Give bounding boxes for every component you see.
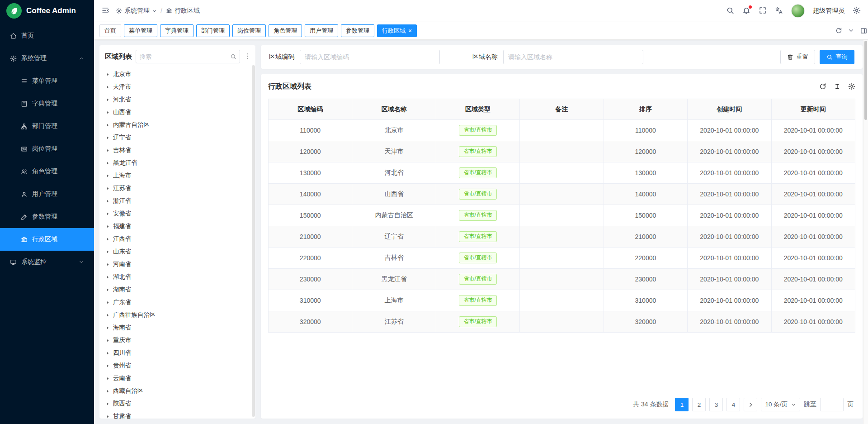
search-icon[interactable] <box>227 50 240 63</box>
caret-right-icon[interactable] <box>106 98 110 102</box>
refresh-icon[interactable] <box>819 83 826 90</box>
tab-8[interactable]: 行政区域× <box>377 24 417 37</box>
caret-right-icon[interactable] <box>106 364 110 368</box>
caret-right-icon[interactable] <box>106 110 110 114</box>
tree-item[interactable]: 陕西省 <box>100 397 255 410</box>
sidebar-item-bank[interactable]: 行政区域 <box>0 228 94 251</box>
sidebar-item-dict[interactable]: 字典管理 <box>0 92 94 115</box>
breadcrumb-section[interactable]: 系统管理 <box>116 7 157 15</box>
caret-right-icon[interactable] <box>106 313 110 317</box>
caret-right-icon[interactable] <box>106 351 110 355</box>
tree-item[interactable]: 江西省 <box>100 233 255 245</box>
page-scrollbar[interactable] <box>863 40 868 424</box>
caret-right-icon[interactable] <box>106 376 110 381</box>
tree-item[interactable]: 西藏自治区 <box>100 385 255 397</box>
tree-search-input[interactable] <box>136 53 227 60</box>
tree-item[interactable]: 河南省 <box>100 258 255 271</box>
next-page-button[interactable] <box>744 398 757 411</box>
tree-item[interactable]: 江苏省 <box>100 182 255 195</box>
page-button-3[interactable]: 3 <box>709 398 723 411</box>
caret-right-icon[interactable] <box>106 85 110 89</box>
sidebar-item-param[interactable]: 参数管理 <box>0 205 94 228</box>
page-size-select[interactable]: 10 条/页 <box>761 398 800 411</box>
caret-right-icon[interactable] <box>106 174 110 178</box>
page-button-1[interactable]: 1 <box>675 398 689 411</box>
tree-item[interactable]: 广西壮族自治区 <box>100 309 255 321</box>
sidebar-collapse-icon[interactable] <box>101 6 109 16</box>
avatar[interactable] <box>791 4 805 18</box>
caret-right-icon[interactable] <box>106 212 110 216</box>
page-button-2[interactable]: 2 <box>692 398 706 411</box>
refresh-icon[interactable] <box>835 27 842 34</box>
close-icon[interactable]: × <box>408 28 412 34</box>
fullscreen-icon[interactable] <box>759 6 767 16</box>
tree-item[interactable]: 海南省 <box>100 321 255 334</box>
tree-item[interactable]: 内蒙古自治区 <box>100 119 255 131</box>
tree-item[interactable]: 浙江省 <box>100 195 255 207</box>
tree-item[interactable]: 上海市 <box>100 169 255 182</box>
tree-item[interactable]: 黑龙江省 <box>100 157 255 169</box>
density-icon[interactable] <box>834 83 841 90</box>
caret-right-icon[interactable] <box>106 72 110 76</box>
tab-4[interactable]: 岗位管理 <box>232 24 266 37</box>
tree-item[interactable]: 辽宁省 <box>100 131 255 144</box>
tree-item[interactable]: 吉林省 <box>100 144 255 157</box>
caret-right-icon[interactable] <box>106 288 110 292</box>
layout-toggle-icon[interactable] <box>860 27 867 34</box>
region-name-input[interactable] <box>503 50 643 64</box>
tree-scrollbar[interactable] <box>252 65 255 417</box>
tree-item[interactable]: 贵州省 <box>100 359 255 372</box>
caret-right-icon[interactable] <box>106 275 110 279</box>
page-scrollbar-thumb[interactable] <box>864 41 867 120</box>
tree-item[interactable]: 河北省 <box>100 93 255 106</box>
caret-right-icon[interactable] <box>106 199 110 203</box>
tree-item[interactable]: 甘肃省 <box>100 410 255 419</box>
tab-options-chevron-icon[interactable] <box>848 27 854 34</box>
tree-item[interactable]: 北京市 <box>100 68 255 81</box>
tree-item[interactable]: 云南省 <box>100 372 255 385</box>
tree-item[interactable]: 湖南省 <box>100 283 255 296</box>
sidebar-group-monitor[interactable]: 系统监控 <box>0 251 94 273</box>
tree-item[interactable]: 福建省 <box>100 220 255 233</box>
user-name[interactable]: 超级管理员 <box>813 7 844 15</box>
caret-right-icon[interactable] <box>106 250 110 254</box>
caret-right-icon[interactable] <box>106 389 110 393</box>
settings-gear-icon[interactable] <box>853 6 861 16</box>
tab-1[interactable]: 菜单管理 <box>124 24 157 37</box>
more-options-icon[interactable] <box>244 52 251 61</box>
tree-item[interactable]: 重庆市 <box>100 334 255 347</box>
jump-page-input[interactable] <box>820 398 844 411</box>
tree-item[interactable]: 山东省 <box>100 245 255 258</box>
sidebar-group-gear[interactable]: 系统管理 <box>0 47 94 70</box>
caret-right-icon[interactable] <box>106 148 110 152</box>
sidebar-item-dept[interactable]: 部门管理 <box>0 115 94 138</box>
caret-right-icon[interactable] <box>106 136 110 140</box>
tab-6[interactable]: 用户管理 <box>305 24 338 37</box>
page-button-4[interactable]: 4 <box>726 398 740 411</box>
caret-right-icon[interactable] <box>106 300 110 305</box>
app-logo[interactable]: Coffee Admin <box>0 0 94 22</box>
caret-right-icon[interactable] <box>106 237 110 241</box>
translate-icon[interactable] <box>775 6 783 16</box>
bell-icon[interactable] <box>742 6 750 16</box>
column-settings-icon[interactable] <box>848 83 855 90</box>
caret-right-icon[interactable] <box>106 326 110 330</box>
tab-0[interactable]: 首页 <box>99 24 121 37</box>
tab-5[interactable]: 角色管理 <box>269 24 302 37</box>
search-button[interactable]: 查询 <box>820 50 854 64</box>
caret-right-icon[interactable] <box>106 161 110 165</box>
caret-right-icon[interactable] <box>106 402 110 406</box>
sidebar-item-menu[interactable]: 菜单管理 <box>0 70 94 92</box>
caret-right-icon[interactable] <box>106 186 110 191</box>
tree-item[interactable]: 山西省 <box>100 106 255 119</box>
caret-right-icon[interactable] <box>106 262 110 267</box>
caret-right-icon[interactable] <box>106 224 110 229</box>
tab-3[interactable]: 部门管理 <box>196 24 230 37</box>
tree-item[interactable]: 安徽省 <box>100 207 255 220</box>
region-code-input[interactable] <box>300 50 440 64</box>
tree-item[interactable]: 四川省 <box>100 347 255 359</box>
sidebar-item-home[interactable]: 首页 <box>0 24 94 47</box>
tab-7[interactable]: 参数管理 <box>341 24 374 37</box>
tree-item[interactable]: 湖北省 <box>100 271 255 283</box>
reset-button[interactable]: 重置 <box>780 50 815 64</box>
